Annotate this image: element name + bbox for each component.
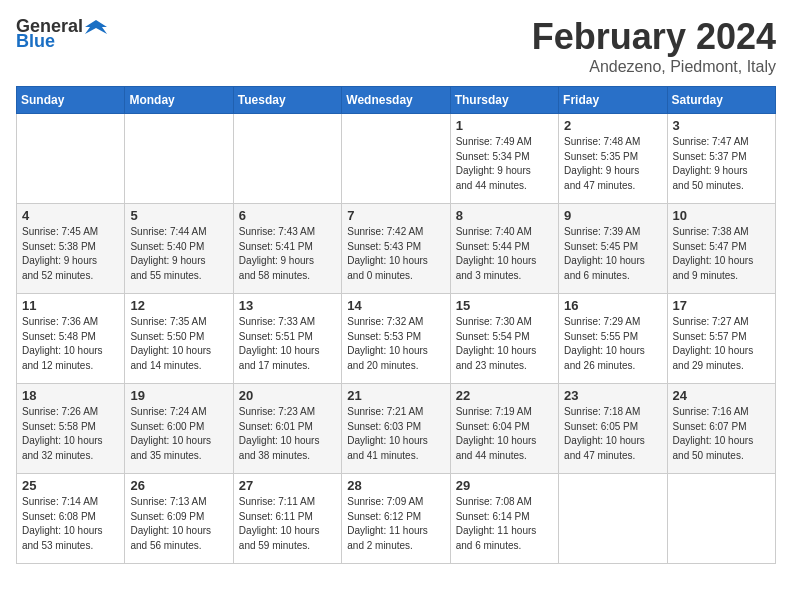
title-area: February 2024 Andezeno, Piedmont, Italy [532, 16, 776, 76]
day-of-week-header: Sunday [17, 87, 125, 114]
calendar-cell: 6Sunrise: 7:43 AM Sunset: 5:41 PM Daylig… [233, 204, 341, 294]
calendar-cell: 16Sunrise: 7:29 AM Sunset: 5:55 PM Dayli… [559, 294, 667, 384]
day-info: Sunrise: 7:43 AM Sunset: 5:41 PM Dayligh… [239, 225, 336, 283]
day-info: Sunrise: 7:38 AM Sunset: 5:47 PM Dayligh… [673, 225, 770, 283]
calendar-cell: 3Sunrise: 7:47 AM Sunset: 5:37 PM Daylig… [667, 114, 775, 204]
day-info: Sunrise: 7:09 AM Sunset: 6:12 PM Dayligh… [347, 495, 444, 553]
calendar-cell: 17Sunrise: 7:27 AM Sunset: 5:57 PM Dayli… [667, 294, 775, 384]
calendar-week-row: 4Sunrise: 7:45 AM Sunset: 5:38 PM Daylig… [17, 204, 776, 294]
day-number: 10 [673, 208, 770, 223]
day-number: 15 [456, 298, 553, 313]
calendar-cell [559, 474, 667, 564]
day-number: 26 [130, 478, 227, 493]
day-number: 18 [22, 388, 119, 403]
calendar-table: SundayMondayTuesdayWednesdayThursdayFrid… [16, 86, 776, 564]
calendar-cell: 24Sunrise: 7:16 AM Sunset: 6:07 PM Dayli… [667, 384, 775, 474]
day-info: Sunrise: 7:18 AM Sunset: 6:05 PM Dayligh… [564, 405, 661, 463]
day-info: Sunrise: 7:35 AM Sunset: 5:50 PM Dayligh… [130, 315, 227, 373]
calendar-cell: 4Sunrise: 7:45 AM Sunset: 5:38 PM Daylig… [17, 204, 125, 294]
day-info: Sunrise: 7:24 AM Sunset: 6:00 PM Dayligh… [130, 405, 227, 463]
calendar-cell [233, 114, 341, 204]
day-of-week-header: Wednesday [342, 87, 450, 114]
day-number: 16 [564, 298, 661, 313]
day-number: 3 [673, 118, 770, 133]
day-info: Sunrise: 7:40 AM Sunset: 5:44 PM Dayligh… [456, 225, 553, 283]
calendar-header-row: SundayMondayTuesdayWednesdayThursdayFrid… [17, 87, 776, 114]
day-info: Sunrise: 7:49 AM Sunset: 5:34 PM Dayligh… [456, 135, 553, 193]
calendar-cell: 20Sunrise: 7:23 AM Sunset: 6:01 PM Dayli… [233, 384, 341, 474]
day-info: Sunrise: 7:47 AM Sunset: 5:37 PM Dayligh… [673, 135, 770, 193]
day-info: Sunrise: 7:39 AM Sunset: 5:45 PM Dayligh… [564, 225, 661, 283]
day-info: Sunrise: 7:33 AM Sunset: 5:51 PM Dayligh… [239, 315, 336, 373]
calendar-cell: 13Sunrise: 7:33 AM Sunset: 5:51 PM Dayli… [233, 294, 341, 384]
day-number: 4 [22, 208, 119, 223]
calendar-cell [17, 114, 125, 204]
day-info: Sunrise: 7:16 AM Sunset: 6:07 PM Dayligh… [673, 405, 770, 463]
month-title: February 2024 [532, 16, 776, 58]
day-number: 17 [673, 298, 770, 313]
day-number: 25 [22, 478, 119, 493]
calendar-cell: 7Sunrise: 7:42 AM Sunset: 5:43 PM Daylig… [342, 204, 450, 294]
calendar-week-row: 18Sunrise: 7:26 AM Sunset: 5:58 PM Dayli… [17, 384, 776, 474]
svg-marker-0 [85, 20, 107, 34]
day-info: Sunrise: 7:44 AM Sunset: 5:40 PM Dayligh… [130, 225, 227, 283]
day-number: 21 [347, 388, 444, 403]
day-of-week-header: Monday [125, 87, 233, 114]
day-number: 24 [673, 388, 770, 403]
day-info: Sunrise: 7:42 AM Sunset: 5:43 PM Dayligh… [347, 225, 444, 283]
day-number: 6 [239, 208, 336, 223]
day-of-week-header: Saturday [667, 87, 775, 114]
day-info: Sunrise: 7:30 AM Sunset: 5:54 PM Dayligh… [456, 315, 553, 373]
day-info: Sunrise: 7:23 AM Sunset: 6:01 PM Dayligh… [239, 405, 336, 463]
day-number: 19 [130, 388, 227, 403]
calendar-cell: 23Sunrise: 7:18 AM Sunset: 6:05 PM Dayli… [559, 384, 667, 474]
calendar-week-row: 1Sunrise: 7:49 AM Sunset: 5:34 PM Daylig… [17, 114, 776, 204]
day-number: 11 [22, 298, 119, 313]
calendar-cell: 27Sunrise: 7:11 AM Sunset: 6:11 PM Dayli… [233, 474, 341, 564]
day-number: 22 [456, 388, 553, 403]
day-number: 2 [564, 118, 661, 133]
day-of-week-header: Thursday [450, 87, 558, 114]
calendar-cell [342, 114, 450, 204]
day-info: Sunrise: 7:14 AM Sunset: 6:08 PM Dayligh… [22, 495, 119, 553]
day-number: 13 [239, 298, 336, 313]
calendar-cell: 19Sunrise: 7:24 AM Sunset: 6:00 PM Dayli… [125, 384, 233, 474]
calendar-cell: 10Sunrise: 7:38 AM Sunset: 5:47 PM Dayli… [667, 204, 775, 294]
day-info: Sunrise: 7:48 AM Sunset: 5:35 PM Dayligh… [564, 135, 661, 193]
day-number: 20 [239, 388, 336, 403]
day-info: Sunrise: 7:08 AM Sunset: 6:14 PM Dayligh… [456, 495, 553, 553]
day-info: Sunrise: 7:27 AM Sunset: 5:57 PM Dayligh… [673, 315, 770, 373]
logo-icon [85, 19, 107, 35]
day-info: Sunrise: 7:29 AM Sunset: 5:55 PM Dayligh… [564, 315, 661, 373]
day-of-week-header: Friday [559, 87, 667, 114]
calendar-cell: 5Sunrise: 7:44 AM Sunset: 5:40 PM Daylig… [125, 204, 233, 294]
day-info: Sunrise: 7:19 AM Sunset: 6:04 PM Dayligh… [456, 405, 553, 463]
day-number: 14 [347, 298, 444, 313]
calendar-cell: 14Sunrise: 7:32 AM Sunset: 5:53 PM Dayli… [342, 294, 450, 384]
header: General Blue February 2024 Andezeno, Pie… [16, 16, 776, 76]
calendar-cell: 15Sunrise: 7:30 AM Sunset: 5:54 PM Dayli… [450, 294, 558, 384]
day-info: Sunrise: 7:26 AM Sunset: 5:58 PM Dayligh… [22, 405, 119, 463]
day-number: 12 [130, 298, 227, 313]
calendar-cell [667, 474, 775, 564]
calendar-cell: 12Sunrise: 7:35 AM Sunset: 5:50 PM Dayli… [125, 294, 233, 384]
day-info: Sunrise: 7:11 AM Sunset: 6:11 PM Dayligh… [239, 495, 336, 553]
day-number: 29 [456, 478, 553, 493]
location-title: Andezeno, Piedmont, Italy [532, 58, 776, 76]
day-number: 5 [130, 208, 227, 223]
calendar-cell: 8Sunrise: 7:40 AM Sunset: 5:44 PM Daylig… [450, 204, 558, 294]
day-info: Sunrise: 7:36 AM Sunset: 5:48 PM Dayligh… [22, 315, 119, 373]
calendar-week-row: 11Sunrise: 7:36 AM Sunset: 5:48 PM Dayli… [17, 294, 776, 384]
calendar-cell: 21Sunrise: 7:21 AM Sunset: 6:03 PM Dayli… [342, 384, 450, 474]
calendar-cell: 11Sunrise: 7:36 AM Sunset: 5:48 PM Dayli… [17, 294, 125, 384]
logo: General Blue [16, 16, 107, 52]
calendar-cell: 1Sunrise: 7:49 AM Sunset: 5:34 PM Daylig… [450, 114, 558, 204]
day-info: Sunrise: 7:45 AM Sunset: 5:38 PM Dayligh… [22, 225, 119, 283]
day-info: Sunrise: 7:32 AM Sunset: 5:53 PM Dayligh… [347, 315, 444, 373]
calendar-cell: 2Sunrise: 7:48 AM Sunset: 5:35 PM Daylig… [559, 114, 667, 204]
calendar-body: 1Sunrise: 7:49 AM Sunset: 5:34 PM Daylig… [17, 114, 776, 564]
day-number: 1 [456, 118, 553, 133]
day-info: Sunrise: 7:21 AM Sunset: 6:03 PM Dayligh… [347, 405, 444, 463]
calendar-cell: 9Sunrise: 7:39 AM Sunset: 5:45 PM Daylig… [559, 204, 667, 294]
logo-blue: Blue [16, 31, 55, 52]
